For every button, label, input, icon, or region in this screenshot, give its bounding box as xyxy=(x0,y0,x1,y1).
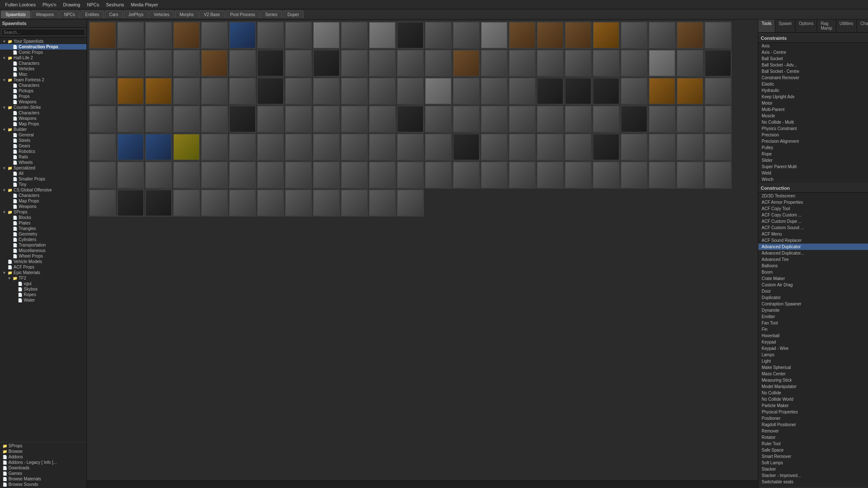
grid-item-125[interactable] xyxy=(369,161,396,189)
grid-item-118[interactable] xyxy=(173,161,200,189)
tree-item-builder-steels[interactable]: 📄Steels xyxy=(0,138,86,143)
grid-item-101[interactable] xyxy=(341,133,368,161)
bottom-tree-item-browse-materials[interactable]: 📄Browse Materials xyxy=(0,476,86,482)
tree-item-sprops-plates[interactable]: 📄Plates xyxy=(0,220,86,226)
tree-item-csgo-map-props[interactable]: 📄Map Props xyxy=(0,198,86,204)
tree-item-sprops-triangles[interactable]: 📄Triangles xyxy=(0,226,86,231)
grid-item-107[interactable] xyxy=(509,133,536,161)
construction-acf-copy-custom[interactable]: ACF Copy Custom ... xyxy=(758,212,868,218)
grid-item-9[interactable] xyxy=(341,22,368,49)
construction-keypad-wire[interactable]: Keypad - Wire xyxy=(758,345,868,352)
constraint-weld[interactable]: Weld xyxy=(758,170,868,176)
grid-item-143[interactable] xyxy=(229,189,256,216)
construction-make-spherical[interactable]: Make Spherical xyxy=(758,364,868,371)
grid-item-99[interactable] xyxy=(285,133,312,161)
tree-item-spec-smaller[interactable]: 📄Smaller Props xyxy=(0,176,86,182)
grid-item-108[interactable] xyxy=(537,133,564,161)
grid-item-18[interactable] xyxy=(593,22,620,49)
tree-item-tf2-pickups[interactable]: 📄Pickups xyxy=(0,88,86,94)
tree-item-acf-props[interactable]: 📄ACF Props xyxy=(0,264,86,270)
construction-smart-remover[interactable]: Smart Remover xyxy=(758,453,868,460)
tree-item-csgo-characters[interactable]: 📄Characters xyxy=(0,193,86,198)
tree-item-hl2-vehicles[interactable]: 📄Vehicles xyxy=(0,66,86,72)
grid-item-45[interactable] xyxy=(704,50,732,77)
tab-jetphys[interactable]: JetPhys xyxy=(124,11,148,18)
grid-item-67[interactable] xyxy=(676,78,704,105)
grid-item-54[interactable] xyxy=(313,78,340,105)
tree-item-vehicle-models[interactable]: 📄Vehicle Models xyxy=(0,259,86,264)
tree-item-sprops-misc[interactable]: 📄Miscellaneous xyxy=(0,248,86,253)
menu-physn[interactable]: Phys'n xyxy=(39,1,60,8)
construction-emitter[interactable]: Emitter xyxy=(758,313,868,320)
constraint-ball-socket-adv[interactable]: Ball Socket - Adv... xyxy=(758,62,868,68)
grid-item-63[interactable] xyxy=(565,78,592,105)
constraint-super-parent-multi[interactable]: Super Parent Multi xyxy=(758,164,868,170)
grid-item-1[interactable] xyxy=(117,22,144,49)
tree-item-sprops-transport[interactable]: 📄Transportation xyxy=(0,242,86,248)
grid-item-77[interactable] xyxy=(313,105,340,133)
grid-item-79[interactable] xyxy=(369,105,396,133)
grid-item-5[interactable] xyxy=(229,22,256,49)
tree-item-sprops-wheel[interactable]: 📄Wheel Props xyxy=(0,253,86,259)
grid-item-19[interactable] xyxy=(620,22,648,49)
grid-item-33[interactable] xyxy=(369,50,396,77)
grid-item-70[interactable] xyxy=(117,105,144,133)
right-tab-chat[interactable]: Chat xyxy=(857,19,868,32)
grid-item-41[interactable] xyxy=(593,50,620,77)
grid-item-96[interactable] xyxy=(201,133,228,161)
grid-item-123[interactable] xyxy=(313,161,340,189)
grid-item-137[interactable] xyxy=(704,161,732,189)
grid-item-75[interactable] xyxy=(257,105,284,133)
grid-item-111[interactable] xyxy=(620,133,648,161)
construction-light[interactable]: Light xyxy=(758,358,868,364)
grid-item-50[interactable] xyxy=(201,78,228,105)
construction-acf-sound-replacer[interactable]: ACF Sound Replacer xyxy=(758,237,868,244)
tab-entities[interactable]: Entities xyxy=(81,11,104,18)
constraint-slider[interactable]: Slider xyxy=(758,157,868,164)
construction-keypad[interactable]: Keypad xyxy=(758,339,868,345)
grid-item-97[interactable] xyxy=(229,133,256,161)
tree-item-tf2-characters[interactable]: 📄Characters xyxy=(0,83,86,88)
construction-mass-center[interactable]: Mass Center xyxy=(758,371,868,377)
grid-item-13[interactable] xyxy=(453,22,480,49)
grid-item-135[interactable] xyxy=(648,161,676,189)
grid-item-87[interactable] xyxy=(593,105,620,133)
construction-advanced-duplicator2[interactable]: Advanced Duplicator... xyxy=(758,250,868,256)
tree-item-builder-rails[interactable]: 📄Rails xyxy=(0,154,86,160)
grid-item-85[interactable] xyxy=(537,105,564,133)
grid-item-145[interactable] xyxy=(285,189,312,216)
tree-item-builder-general[interactable]: 📄General xyxy=(0,132,86,138)
construction-balloons[interactable]: Balloons xyxy=(758,263,868,269)
construction-positioner[interactable]: Positioner xyxy=(758,415,868,421)
construction-acf-custom-dupe[interactable]: ACF Custom Dupe ... xyxy=(758,218,868,225)
grid-item-140[interactable] xyxy=(145,189,172,216)
tree-item-sprops-cylinders[interactable]: 📄Cylinders xyxy=(0,237,86,242)
grid-item-52[interactable] xyxy=(257,78,284,105)
tree-item-vgui[interactable]: 📄vgui xyxy=(0,281,86,286)
grid-item-48[interactable] xyxy=(145,78,172,105)
constraint-winch[interactable]: Winch xyxy=(758,176,868,183)
construction-no-collide[interactable]: No Collide xyxy=(758,390,868,396)
grid-item-142[interactable] xyxy=(201,189,228,216)
grid-item-55[interactable] xyxy=(341,78,368,105)
grid-item-47[interactable] xyxy=(117,78,144,105)
construction-contraption-spawner[interactable]: Contraption Spawner xyxy=(758,301,868,307)
construction-physical-properties[interactable]: Physical Properties xyxy=(758,409,868,415)
tree-item-ropes[interactable]: 📄Ropes xyxy=(0,292,86,297)
grid-item-32[interactable] xyxy=(341,50,368,77)
grid-item-105[interactable] xyxy=(453,133,480,161)
tree-item-half-life-2[interactable]: ▼📁Half-Life 2 xyxy=(0,55,86,61)
tree-item-your-spawnlists[interactable]: ▼📁Your Spawnlists xyxy=(0,39,86,44)
tree-item-cs-weapons[interactable]: 📄Weapons xyxy=(0,116,86,121)
grid-item-117[interactable] xyxy=(145,161,172,189)
tree-item-tf2-sub[interactable]: ▼📁TF2 xyxy=(0,275,86,281)
bottom-tree-item-addons[interactable]: 📄Addons xyxy=(0,454,86,460)
grid-item-78[interactable] xyxy=(341,105,368,133)
grid-item-53[interactable] xyxy=(285,78,312,105)
grid-item-131[interactable] xyxy=(537,161,564,189)
tree-item-team-fortress-2[interactable]: ▼📁Team Fortress 2 xyxy=(0,77,86,83)
tree-item-specialized[interactable]: ▼📁Specialized xyxy=(0,165,86,171)
tree-item-sprops-geometry[interactable]: 📄Geometry xyxy=(0,231,86,237)
construction-crate-maker[interactable]: Crate Maker xyxy=(758,275,868,282)
grid-item-21[interactable] xyxy=(676,22,704,49)
